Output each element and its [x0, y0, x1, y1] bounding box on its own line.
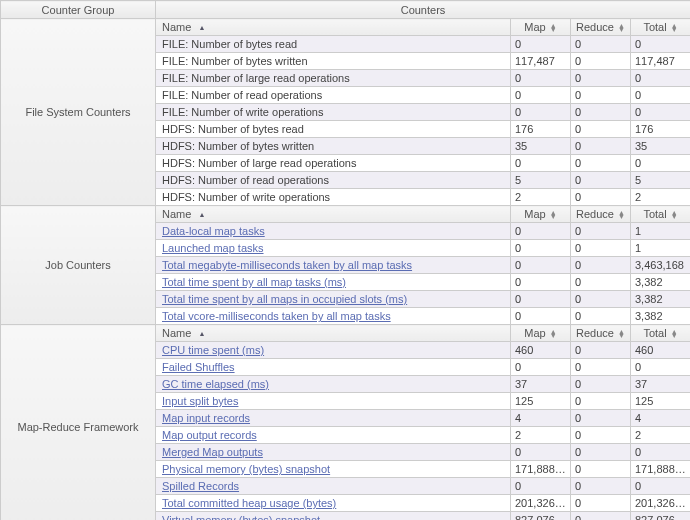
counter-link[interactable]: Input split bytes	[162, 395, 238, 407]
sort-icon[interactable]: ▲▼	[671, 330, 678, 338]
counter-link[interactable]: Spilled Records	[162, 480, 239, 492]
counter-reduce-cell: 0	[571, 138, 631, 155]
counter-link[interactable]: Total vcore-milliseconds taken by all ma…	[162, 310, 391, 322]
counter-link[interactable]: Total committed heap usage (bytes)	[162, 497, 336, 509]
counter-map-cell: 0	[511, 104, 571, 121]
counter-reduce-cell: 0	[571, 257, 631, 274]
counter-total-cell: 2	[631, 427, 691, 444]
counter-reduce-cell: 0	[571, 53, 631, 70]
counter-map-cell: 0	[511, 478, 571, 495]
counter-map-cell: 0	[511, 257, 571, 274]
counter-name-cell: HDFS: Number of bytes written	[156, 138, 511, 155]
col-header-total[interactable]: Total▲▼	[631, 206, 691, 223]
col-header-total[interactable]: Total▲▼	[631, 19, 691, 36]
counter-map-cell: 171,888,640	[511, 461, 571, 478]
sort-icon[interactable]: ▲▼	[618, 211, 625, 219]
counter-link[interactable]: CPU time spent (ms)	[162, 344, 264, 356]
sort-asc-icon[interactable]: ▲	[198, 26, 205, 30]
sort-icon[interactable]: ▲▼	[550, 24, 557, 32]
counter-name-cell[interactable]: Map input records	[156, 410, 511, 427]
sort-asc-icon[interactable]: ▲	[198, 213, 205, 217]
counter-link[interactable]: Map output records	[162, 429, 257, 441]
counter-reduce-cell: 0	[571, 359, 631, 376]
sort-icon[interactable]: ▲▼	[550, 211, 557, 219]
counter-link[interactable]: Physical memory (bytes) snapshot	[162, 463, 330, 475]
counter-link[interactable]: Map input records	[162, 412, 250, 424]
sort-asc-icon[interactable]: ▲	[198, 332, 205, 336]
counter-name-cell[interactable]: CPU time spent (ms)	[156, 342, 511, 359]
counter-name-cell[interactable]: Data-local map tasks	[156, 223, 511, 240]
col-header-name[interactable]: Name ▲	[156, 206, 511, 223]
sort-icon[interactable]: ▲▼	[671, 24, 678, 32]
group-label-cell: File System Counters	[1, 19, 156, 206]
counter-name-cell[interactable]: Spilled Records	[156, 478, 511, 495]
sort-icon[interactable]: ▲▼	[550, 330, 557, 338]
counter-reduce-cell: 0	[571, 223, 631, 240]
counter-name-cell[interactable]: Total committed heap usage (bytes)	[156, 495, 511, 512]
counter-total-cell: 0	[631, 87, 691, 104]
counter-map-cell: 0	[511, 444, 571, 461]
counter-name-cell[interactable]: Input split bytes	[156, 393, 511, 410]
counter-total-cell: 0	[631, 155, 691, 172]
counter-map-cell: 176	[511, 121, 571, 138]
counter-link[interactable]: Merged Map outputs	[162, 446, 263, 458]
counter-name-cell: HDFS: Number of large read operations	[156, 155, 511, 172]
group-label-cell: Map-Reduce Framework	[1, 325, 156, 521]
counter-name-cell[interactable]: Physical memory (bytes) snapshot	[156, 461, 511, 478]
header-counters[interactable]: Counters	[156, 1, 691, 19]
counter-map-cell: 0	[511, 291, 571, 308]
sort-icon[interactable]: ▲▼	[618, 24, 625, 32]
col-header-reduce[interactable]: Reduce▲▼	[571, 206, 631, 223]
counter-map-cell: 0	[511, 70, 571, 87]
counter-name-cell[interactable]: GC time elapsed (ms)	[156, 376, 511, 393]
counter-total-cell: 460	[631, 342, 691, 359]
counter-total-cell: 827,076,608	[631, 512, 691, 521]
col-header-reduce[interactable]: Reduce▲▼	[571, 19, 631, 36]
counter-link[interactable]: Launched map tasks	[162, 242, 264, 254]
col-header-name[interactable]: Name ▲	[156, 325, 511, 342]
counter-map-cell: 2	[511, 189, 571, 206]
counter-reduce-cell: 0	[571, 308, 631, 325]
counter-map-cell: 0	[511, 359, 571, 376]
col-header-reduce[interactable]: Reduce▲▼	[571, 325, 631, 342]
counter-name-cell[interactable]: Total vcore-milliseconds taken by all ma…	[156, 308, 511, 325]
counter-total-cell: 176	[631, 121, 691, 138]
counter-reduce-cell: 0	[571, 70, 631, 87]
counter-name-cell[interactable]: Virtual memory (bytes) snapshot	[156, 512, 511, 521]
counter-link[interactable]: Virtual memory (bytes) snapshot	[162, 514, 320, 520]
header-counter-group[interactable]: Counter Group	[1, 1, 156, 19]
counter-reduce-cell: 0	[571, 342, 631, 359]
counter-name-cell[interactable]: Merged Map outputs	[156, 444, 511, 461]
col-header-map[interactable]: Map▲▼	[511, 325, 571, 342]
sort-icon[interactable]: ▲▼	[618, 330, 625, 338]
counter-map-cell: 460	[511, 342, 571, 359]
counter-link[interactable]: Total time spent by all maps in occupied…	[162, 293, 407, 305]
counter-link[interactable]: Total time spent by all map tasks (ms)	[162, 276, 346, 288]
counter-name-cell[interactable]: Map output records	[156, 427, 511, 444]
counter-name-cell[interactable]: Total megabyte-milliseconds taken by all…	[156, 257, 511, 274]
counter-reduce-cell: 0	[571, 376, 631, 393]
col-header-name[interactable]: Name ▲	[156, 19, 511, 36]
counter-total-cell: 1	[631, 240, 691, 257]
counter-total-cell: 171,888,640	[631, 461, 691, 478]
sub-header-row: Job CountersName ▲Map▲▼Reduce▲▼Total▲▼	[1, 206, 691, 223]
col-header-map[interactable]: Map▲▼	[511, 19, 571, 36]
counter-name-cell[interactable]: Launched map tasks	[156, 240, 511, 257]
counter-name-cell[interactable]: Failed Shuffles	[156, 359, 511, 376]
col-header-total[interactable]: Total▲▼	[631, 325, 691, 342]
counter-reduce-cell: 0	[571, 512, 631, 521]
counter-reduce-cell: 0	[571, 461, 631, 478]
counter-link[interactable]: Data-local map tasks	[162, 225, 265, 237]
counter-reduce-cell: 0	[571, 291, 631, 308]
counter-link[interactable]: GC time elapsed (ms)	[162, 378, 269, 390]
counters-container: Counter Group Counters File System Count…	[0, 0, 690, 520]
counter-link[interactable]: Failed Shuffles	[162, 361, 235, 373]
counter-name-cell[interactable]: Total time spent by all map tasks (ms)	[156, 274, 511, 291]
counter-total-cell: 35	[631, 138, 691, 155]
counter-name-cell[interactable]: Total time spent by all maps in occupied…	[156, 291, 511, 308]
counter-map-cell: 0	[511, 240, 571, 257]
counter-link[interactable]: Total megabyte-milliseconds taken by all…	[162, 259, 412, 271]
col-header-map[interactable]: Map▲▼	[511, 206, 571, 223]
counter-map-cell: 0	[511, 155, 571, 172]
sort-icon[interactable]: ▲▼	[671, 211, 678, 219]
